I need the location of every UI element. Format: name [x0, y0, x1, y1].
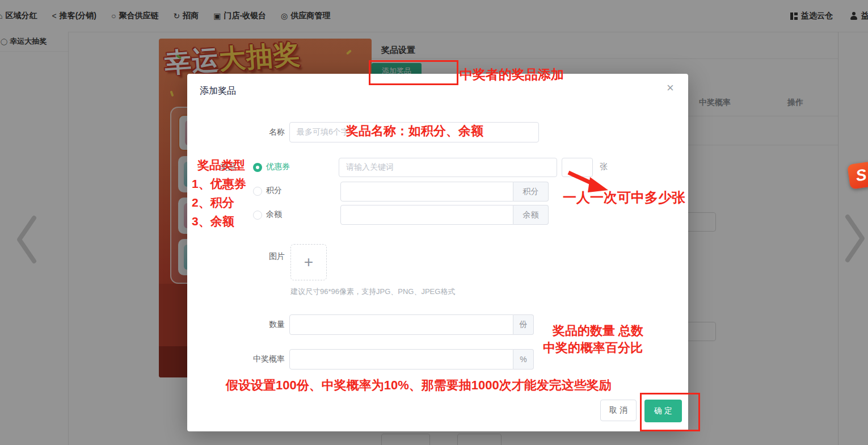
points-input[interactable] — [340, 182, 513, 201]
close-icon[interactable]: × — [667, 82, 674, 94]
image-label: 图片 — [221, 251, 285, 262]
probability-label: 中奖概率 — [221, 354, 285, 364]
probability-unit: % — [513, 349, 534, 370]
quantity-unit: 份 — [513, 314, 534, 335]
radio-points[interactable] — [253, 187, 262, 196]
balance-suffix: 余额 — [513, 205, 549, 225]
probability-input[interactable] — [289, 349, 513, 370]
radio-balance[interactable] — [253, 211, 262, 220]
screenshot-tool-badge[interactable]: S — [847, 161, 868, 190]
annotation-line: 1、优惠券 — [192, 174, 246, 193]
points-suffix: 积分 — [513, 182, 549, 201]
balance-input[interactable] — [340, 205, 513, 225]
radio-points-label[interactable]: 积分 — [266, 186, 282, 196]
annotation-add-prize: 中奖者的奖品添加 — [460, 66, 564, 83]
coupon-keyword-input[interactable]: 请输入关键词 — [339, 158, 557, 177]
quantity-label: 数量 — [221, 320, 285, 330]
radio-balance-label[interactable]: 余额 — [266, 209, 282, 220]
name-label: 名称 — [221, 127, 285, 137]
annotation-example: 假设设置100份、中奖概率为10%、那需要抽1000次才能发完这些奖励 — [226, 377, 612, 394]
cancel-button[interactable]: 取 消 — [600, 400, 637, 421]
annotation-name-hint: 奖品名称：如积分、余额 — [346, 123, 483, 140]
badge-letter: S — [855, 166, 868, 185]
radio-coupon[interactable] — [253, 163, 262, 172]
annotation-rect-add-button — [369, 60, 458, 85]
annotation-probability-hint: 中奖的概率百分比 — [543, 339, 643, 356]
modal-title: 添加奖品 — [200, 85, 236, 97]
annotation-quantity-hint: 奖品的数量 总数 — [553, 322, 643, 339]
annotation-prize-types: 奖品类型 1、优惠券 2、积分 3、余额 — [192, 156, 246, 230]
quantity-input[interactable] — [289, 314, 513, 335]
plus-icon: + — [304, 253, 313, 271]
annotation-rect-confirm-button — [640, 393, 700, 431]
keyword-placeholder: 请输入关键词 — [346, 162, 394, 173]
radio-coupon-label[interactable]: 优惠券 — [266, 162, 290, 172]
name-placeholder: 最多可填6个字 — [297, 127, 349, 137]
image-upload-box[interactable]: + — [290, 244, 327, 280]
annotation-sheets-hint: 一人一次可中多少张 — [563, 188, 685, 207]
annotation-line: 2、积分 — [192, 193, 246, 212]
annotation-line: 奖品类型 — [192, 156, 246, 174]
image-hint: 建议尺寸96*96像素，支持JPG、PNG、JPEG格式 — [290, 287, 455, 297]
annotation-line: 3、余额 — [192, 212, 246, 230]
